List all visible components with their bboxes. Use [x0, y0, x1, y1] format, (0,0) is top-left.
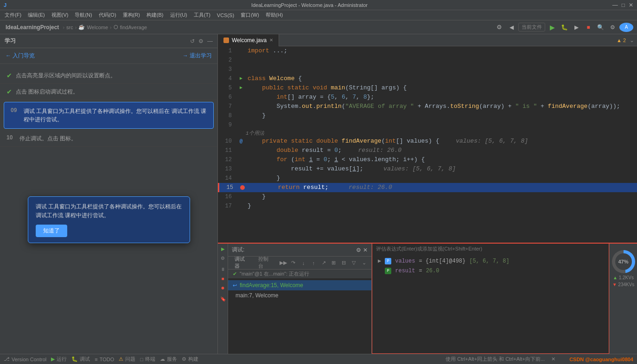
- menu-code[interactable]: 代码(O): [96, 11, 119, 19]
- frame-item-0[interactable]: ↩ findAverage:15, Welcome: [228, 280, 371, 290]
- run-config[interactable]: 当前文件: [518, 23, 545, 31]
- var-name-values: values: [395, 258, 415, 264]
- debug-btn-step-into[interactable]: ↓: [299, 258, 308, 268]
- bottom-area: ▶ ⚙ ⏸ ■ ● 🔖 调试: ⚙ ✕: [218, 243, 637, 354]
- var-item-result[interactable]: ▶ P result = 26.0: [376, 266, 605, 276]
- status-services[interactable]: ☁ 服务: [160, 356, 177, 363]
- menu-vcs[interactable]: VCS(S): [214, 12, 237, 19]
- check-icon-1: ✔: [6, 72, 12, 79]
- todo-icon: ≡: [95, 357, 97, 362]
- debug-settings-icon[interactable]: ⌄: [359, 258, 369, 268]
- code-line-16: 16 }: [218, 192, 637, 201]
- status-bar: ⎇ Version Control ▶ 运行 🐛 调试 ≡ TODO ⚠ 问题 …: [0, 354, 637, 364]
- menu-edit[interactable]: 编辑(E): [25, 11, 48, 19]
- debug-close-icon[interactable]: ✕: [363, 247, 368, 253]
- frame-text-1: main:7, Welcome: [236, 292, 278, 299]
- menu-view[interactable]: 视图(V): [49, 11, 71, 19]
- tooltip-confirm-btn[interactable]: 知道了: [36, 225, 67, 237]
- code-line-8: 8 }: [218, 111, 637, 120]
- status-problems[interactable]: ⚠ 问题: [119, 356, 135, 363]
- status-terminal[interactable]: □ 终端: [140, 356, 155, 363]
- debug-toolbar-icon[interactable]: ⚙: [356, 247, 361, 253]
- main-layout: 学习 ↺ ⚙ — ← 入门导览 → 退出学习 ✔ 点击高亮显示区域内的间距以设置…: [0, 34, 637, 354]
- csdn-branding: CSDN @caoguanghui0804: [569, 357, 633, 362]
- search-btn[interactable]: 🔍: [595, 22, 605, 32]
- close-hint-icon[interactable]: ✕: [551, 356, 555, 362]
- close-btn[interactable]: ✕: [629, 2, 633, 8]
- gear-btn[interactable]: ⚙: [607, 22, 618, 32]
- debug-btn-run-cursor[interactable]: ↗: [319, 258, 328, 268]
- var-val-result: 26.0: [426, 268, 440, 274]
- frame-item-1[interactable]: main:7, Welcome: [228, 290, 371, 301]
- speed-down: ▼ 234KVs: [612, 282, 635, 287]
- title-bar-controls[interactable]: — □ ✕: [612, 2, 633, 8]
- app-icon: J: [4, 2, 6, 8]
- maximize-btn[interactable]: □: [622, 2, 625, 8]
- lesson-item-active: 09 调试 工具窗口为工具栏提供了各种调试操作。您可以稍后在 调试工作流 课程中…: [4, 102, 214, 129]
- git-icon: ⎇: [4, 356, 10, 362]
- var-val-values: [5, 6, 7, 8]: [469, 258, 509, 264]
- exit-learning[interactable]: → 退出学习: [183, 52, 212, 60]
- check-icon-2: ✔: [6, 88, 12, 95]
- strip-debug-icon[interactable]: ▶: [219, 245, 227, 253]
- minimize-btn[interactable]: —: [612, 2, 618, 8]
- tab-close-icon[interactable]: ✕: [269, 38, 273, 43]
- strip-settings-icon[interactable]: ⚙: [219, 254, 227, 262]
- expand-warnings-icon[interactable]: ⌄: [630, 37, 637, 44]
- strip-circle-icon[interactable]: ●: [219, 283, 227, 292]
- menu-help[interactable]: 帮助(H): [263, 11, 286, 19]
- status-todo[interactable]: ≡ TODO: [95, 357, 114, 362]
- menu-tools[interactable]: 工具(T): [191, 11, 213, 19]
- code-line-15-active: 15 return result; result: 26.0: [218, 183, 637, 192]
- code-line-6: 6 int[] array = {5, 6, 7, 8};: [218, 93, 637, 102]
- debug-btn-watch[interactable]: ⊟: [339, 258, 349, 268]
- tab-console[interactable]: 控制台: [255, 255, 277, 271]
- var-expand-result: ▶: [378, 267, 381, 274]
- var-item-values[interactable]: ▶ P values = {int[4]@498} [5, 6, 7, 8]: [376, 256, 605, 266]
- code-line-13: 13 result += values[i]; values: [5, 6, 7…: [218, 164, 637, 174]
- menu-window[interactable]: 窗口(W): [238, 11, 262, 19]
- status-version-control[interactable]: ⎇ Version Control: [4, 356, 46, 362]
- debug-btn-resume[interactable]: ▶▶: [279, 258, 288, 268]
- settings-icon[interactable]: ⚙: [198, 38, 204, 44]
- progress-percent: 47%: [615, 253, 632, 270]
- debug-btn[interactable]: 🐛: [559, 22, 569, 32]
- var-expand-values[interactable]: ▶: [378, 257, 381, 264]
- run-btn[interactable]: ▶: [547, 22, 557, 32]
- debug-btn-eval[interactable]: ⊞: [329, 258, 338, 268]
- toolbar-settings-icon[interactable]: ⚙: [494, 22, 504, 32]
- menu-file[interactable]: 文件(F): [2, 11, 24, 19]
- strip-step-icon[interactable]: ⏸: [219, 265, 227, 273]
- status-build[interactable]: ⚙ 构建: [182, 356, 198, 363]
- stop-btn[interactable]: ■: [583, 22, 593, 32]
- lesson-text-2: 点击 图标启动调试过程。: [16, 88, 211, 96]
- tooltip-text: 调试 工具窗口为工具栏提供了各种调试操作。您可以稍后在 调试工作流 课程中进行尝…: [36, 202, 182, 220]
- strip-bookmark-icon[interactable]: 🔖: [219, 295, 227, 303]
- avatar[interactable]: A: [619, 23, 633, 32]
- code-editor[interactable]: 1 import ...; 2 3 4 ▶ class Welcome {: [218, 46, 637, 243]
- menu-navigate[interactable]: 导航(N): [72, 11, 95, 19]
- code-line-1: 1 import ...;: [218, 46, 637, 56]
- debug-filter-icon[interactable]: ▽: [349, 258, 358, 268]
- run-coverage-btn[interactable]: ▶: [571, 22, 581, 32]
- status-run[interactable]: ▶ 运行: [51, 356, 67, 363]
- build-icon: ⚙: [182, 356, 186, 362]
- status-debug[interactable]: 🐛 调试: [71, 356, 90, 363]
- debug-btn-step-out[interactable]: ↑: [309, 258, 318, 268]
- strip-stop-icon[interactable]: ■: [219, 274, 227, 282]
- menu-refactor[interactable]: 重构(R): [120, 11, 143, 19]
- tab-welcome-java[interactable]: Welcome.java ✕: [218, 34, 279, 46]
- minimize-panel-icon[interactable]: —: [207, 38, 213, 44]
- refresh-icon[interactable]: ↺: [190, 38, 195, 44]
- back-to-guide[interactable]: ← 入门导览: [6, 52, 35, 60]
- toolbar-back-icon[interactable]: ◀: [506, 22, 516, 32]
- method-hint: 1个用法: [218, 130, 637, 137]
- menu-run[interactable]: 运行(U): [167, 11, 190, 19]
- tab-debugger[interactable]: 调试器: [231, 255, 254, 271]
- frame-text-0: findAverage:15, Welcome: [240, 282, 303, 289]
- debug-btn-step-over[interactable]: ↷: [289, 258, 298, 268]
- frame-icon-0: ↩: [233, 282, 237, 289]
- eval-hint: 评估表达式(Enter)或添加监视(Ctrl+Shift+Enter): [372, 244, 609, 254]
- learning-panel: 学习 ↺ ⚙ — ← 入门导览 → 退出学习 ✔ 点击高亮显示区域内的间距以设置…: [0, 34, 218, 354]
- menu-build[interactable]: 构建(B): [144, 11, 166, 19]
